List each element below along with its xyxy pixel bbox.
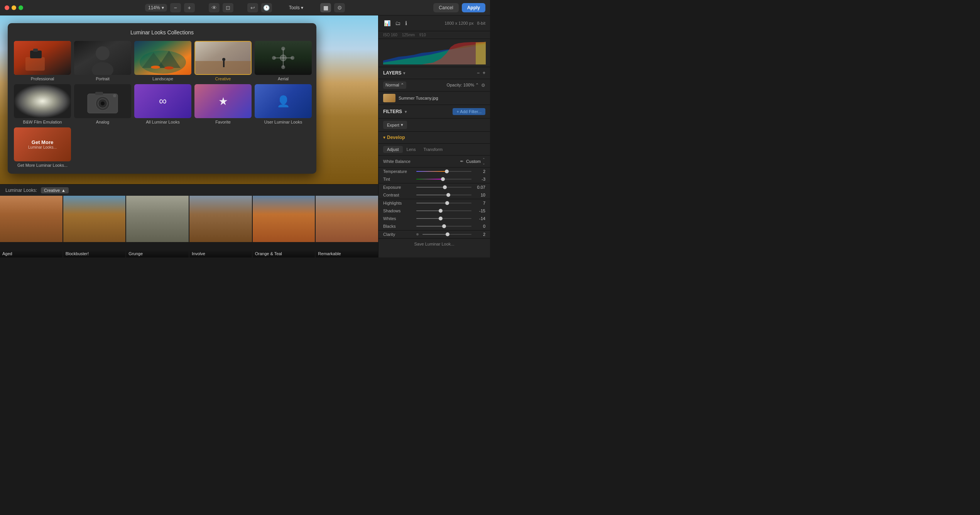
look-item-landscape[interactable]: Landscape [134, 41, 191, 81]
slider-track-contrast[interactable] [416, 195, 471, 195]
layer-row[interactable]: Summer Tuscany.jpg [378, 91, 490, 105]
image-dimensions: 1800 x 1200 px [444, 21, 473, 25]
thumb-involve[interactable]: Involve [189, 196, 252, 258]
slider-track-clarity[interactable] [422, 234, 471, 235]
slider-thumb-clarity [446, 232, 449, 236]
zoom-control[interactable]: 114% ▾ [145, 4, 167, 12]
slider-fill-blacks [416, 226, 444, 227]
slider-label-temperature: Temperature [383, 169, 414, 174]
info-panel-icon[interactable]: ℹ [404, 19, 408, 27]
thumb-blockbuster[interactable]: Blockbuster! [63, 196, 126, 258]
blend-mode-select[interactable]: Normal ⌃ [383, 81, 406, 89]
look-label-analog: Analog [96, 120, 109, 124]
look-item-creative[interactable]: Creative [194, 41, 252, 81]
histogram-panel-icon[interactable]: 📊 [383, 19, 391, 27]
slider-highlights: Highlights 7 [378, 199, 490, 207]
slider-fill-clarity [422, 234, 448, 235]
layer-options: Normal ⌃ Opacity: 100% ⌃ ⚙ [378, 79, 490, 91]
filters-header: FILTERS ▾ + Add Filter... [378, 105, 490, 119]
apply-button[interactable]: Apply [462, 3, 485, 12]
layers-collapse-icon[interactable]: − [477, 70, 480, 76]
thumbs-strip: Aged Blockbuster! Grunge Involve Orange … [0, 196, 378, 258]
eyedropper-icon[interactable]: ✒ [460, 159, 464, 164]
slider-thumb-shadows [439, 209, 443, 213]
save-look-link[interactable]: Save Luminar Look... [414, 242, 455, 246]
expert-bar: Expert ▾ [378, 119, 490, 132]
right-panel: 📊 🗂 ℹ 1800 x 1200 px 8-bit ISO 160 125mm… [378, 15, 490, 258]
svg-rect-27 [14, 84, 71, 118]
look-label-bw: B&W Film Emulation [23, 120, 62, 124]
slider-thumb-exposure [443, 185, 447, 189]
look-item-get-more[interactable]: Get More Luminar Looks... Get More Lumin… [14, 127, 71, 168]
zoom-chevron-icon: ▾ [162, 5, 164, 10]
layers-add-icon[interactable]: + [483, 70, 485, 76]
close-button[interactable] [5, 5, 9, 10]
slider-thumb-highlights [445, 201, 449, 205]
layer-settings-icon[interactable]: ⚙ [481, 83, 485, 88]
get-more-sub: Luminar Looks... [28, 145, 57, 149]
slider-label-exposure: Exposure [383, 185, 414, 190]
compare-icon[interactable]: ⊡ [223, 3, 233, 12]
look-item-all[interactable]: ∞ All Luminar Looks [134, 84, 191, 124]
thumb-bg-remarkable [316, 196, 378, 242]
thumb-orange[interactable]: Orange & Teal [253, 196, 315, 258]
tab-adjust[interactable]: Adjust [383, 146, 403, 153]
zoom-value: 114% [148, 5, 160, 10]
adjustments-icon[interactable]: ⚙ [334, 3, 345, 12]
tools-button[interactable]: Tools ▾ [286, 3, 306, 12]
exif-aperture: f/10 [419, 33, 426, 37]
thumb-remarkable[interactable]: Remarkable [316, 196, 378, 258]
slider-track-highlights[interactable] [416, 203, 471, 203]
slider-track-exposure[interactable] [416, 187, 471, 188]
expert-button[interactable]: Expert ▾ [383, 121, 407, 129]
slider-track-blacks[interactable] [416, 226, 471, 227]
look-item-user[interactable]: 👤 User Luminar Looks [255, 84, 312, 124]
filters-chevron-icon: ▾ [405, 110, 407, 114]
cancel-button[interactable]: Cancel [433, 3, 458, 12]
slider-fill-highlights [416, 203, 447, 203]
develop-header[interactable]: ▾ Develop [378, 132, 490, 144]
look-item-portrait[interactable]: Portrait [74, 41, 131, 81]
look-thumb-get-more: Get More Luminar Looks... [14, 127, 71, 161]
zoom-in-button[interactable]: + [184, 3, 195, 12]
preview-icon[interactable]: 👁 [209, 3, 220, 12]
minimize-button[interactable] [12, 5, 16, 10]
histogram [378, 39, 490, 67]
histogram-icon[interactable]: ▦ [320, 3, 331, 12]
image-area: ~ ~ ~~ ~~ ~ ~ ~~ ~ ~ ~~ ~~~ ~ ~ ~~ ~~ Lu… [0, 15, 378, 258]
look-item-favorite[interactable]: ★ Favorite [194, 84, 252, 124]
layers-title: LAYERS [383, 70, 402, 76]
white-balance-value: Custom [466, 159, 481, 164]
zoom-out-button[interactable]: − [170, 3, 181, 12]
look-item-professional[interactable]: Professional [14, 41, 71, 81]
undo-icon[interactable]: ↩ [247, 3, 258, 12]
active-collection-tag[interactable]: Creative ▲ [41, 187, 69, 193]
add-filter-button[interactable]: + Add Filter... [453, 108, 485, 115]
look-item-aerial[interactable]: Aerial [255, 41, 312, 81]
slider-fill-contrast [416, 195, 448, 195]
history-icon[interactable]: 🕐 [261, 3, 272, 12]
slider-thumb-whites [439, 217, 443, 220]
look-item-bw[interactable]: B&W Film Emulation [14, 84, 71, 124]
tab-lens[interactable]: Lens [403, 146, 420, 153]
thumb-grunge[interactable]: Grunge [126, 196, 189, 258]
slider-value-shadows: -15 [474, 208, 485, 213]
layers-panel-icon[interactable]: 🗂 [394, 19, 401, 27]
slider-track-tint[interactable] [416, 179, 471, 180]
look-item-analog[interactable]: Analog [74, 84, 131, 124]
slider-shadows: Shadows -15 [378, 207, 490, 215]
svg-point-13 [151, 66, 160, 69]
looks-panel: Luminar Looks Collections [8, 23, 316, 174]
slider-label-whites: Whites [383, 216, 414, 221]
slider-track-temperature[interactable] [416, 171, 471, 172]
slider-clarity: Clarity 2 [378, 230, 490, 238]
look-label-professional: Professional [31, 76, 54, 81]
tab-transform[interactable]: Transform [419, 146, 446, 153]
thumb-label-orange: Orange & Teal [253, 250, 315, 258]
slider-track-shadows[interactable] [416, 210, 471, 211]
fullscreen-button[interactable] [19, 5, 23, 10]
slider-track-whites[interactable] [416, 218, 471, 219]
thumb-bg-aged [0, 196, 63, 242]
look-label-aerial: Aerial [278, 76, 289, 81]
thumb-aged[interactable]: Aged [0, 196, 63, 258]
